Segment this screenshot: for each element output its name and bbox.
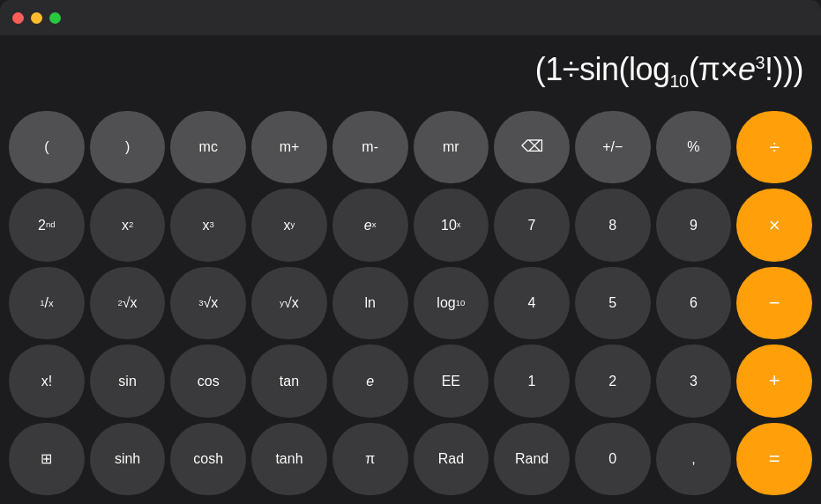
maximize-button[interactable]: [49, 12, 61, 24]
button-sin[interactable]: sin: [90, 345, 166, 417]
button-row-4: ⊞sinhcoshtanhπRadRand0,=: [9, 423, 812, 495]
close-button[interactable]: [12, 12, 24, 24]
button-six[interactable]: 6: [656, 267, 732, 339]
button-open-paren[interactable]: (: [9, 111, 85, 183]
button-multiply[interactable]: ×: [736, 189, 812, 261]
button-tanh[interactable]: tanh: [251, 423, 327, 495]
button-row-2: 1/x2√x3√xy√xlnlog10456−: [9, 267, 812, 339]
button-nine[interactable]: 9: [656, 189, 732, 261]
button-pi[interactable]: π: [332, 423, 408, 495]
display: (1÷sin(log10(π×e3!))): [0, 35, 821, 106]
button-ee[interactable]: EE: [414, 345, 489, 417]
button-second[interactable]: 2nd: [9, 189, 85, 261]
button-add[interactable]: +: [736, 345, 812, 417]
button-eight[interactable]: 8: [575, 189, 651, 261]
button-rad[interactable]: Rad: [414, 423, 489, 495]
button-mc[interactable]: mc: [170, 111, 246, 183]
button-plus-minus[interactable]: +/−: [575, 111, 651, 183]
button-percent[interactable]: %: [656, 111, 732, 183]
button-row-3: x!sincostaneEE123+: [9, 345, 812, 417]
button-close-paren[interactable]: ): [90, 111, 166, 183]
button-equals[interactable]: =: [736, 423, 812, 495]
button-backspace[interactable]: ⌫: [494, 111, 570, 183]
button-sqrt-x[interactable]: 2√x: [90, 267, 166, 339]
button-cube-root-x[interactable]: 3√x: [170, 267, 246, 339]
button-five[interactable]: 5: [575, 267, 651, 339]
button-y-root-x[interactable]: y√x: [251, 267, 327, 339]
button-log10[interactable]: log10: [414, 267, 489, 339]
button-x-to-y[interactable]: xy: [251, 189, 327, 261]
button-ln[interactable]: ln: [332, 267, 408, 339]
button-subtract[interactable]: −: [736, 267, 812, 339]
button-tan[interactable]: tan: [251, 345, 327, 417]
button-x-cubed[interactable]: x3: [170, 189, 246, 261]
button-row-0: ()mcm+m-mr⌫+/−%÷: [9, 111, 812, 183]
button-four[interactable]: 4: [494, 267, 570, 339]
button-decimal[interactable]: ,: [656, 423, 732, 495]
button-cosh[interactable]: cosh: [170, 423, 246, 495]
button-converter[interactable]: ⊞: [9, 423, 85, 495]
minimize-button[interactable]: [31, 12, 42, 24]
button-divide[interactable]: ÷: [736, 111, 812, 183]
button-x-squared[interactable]: x2: [90, 189, 166, 261]
button-zero[interactable]: 0: [575, 423, 651, 495]
button-m-minus[interactable]: m-: [332, 111, 408, 183]
button-three[interactable]: 3: [656, 345, 732, 417]
button-rand[interactable]: Rand: [494, 423, 570, 495]
calc-body: ()mcm+m-mr⌫+/−%÷2ndx2x3xyex10x789×1/x2√x…: [0, 106, 821, 504]
button-m-plus[interactable]: m+: [251, 111, 327, 183]
button-ten-to-x[interactable]: 10x: [414, 189, 489, 261]
button-cos[interactable]: cos: [170, 345, 246, 417]
display-expression: (1÷sin(log10(π×e3!))): [535, 52, 803, 92]
button-euler[interactable]: e: [332, 345, 408, 417]
button-sinh[interactable]: sinh: [90, 423, 166, 495]
button-factorial[interactable]: x!: [9, 345, 85, 417]
button-e-to-x[interactable]: ex: [332, 189, 408, 261]
button-row-1: 2ndx2x3xyex10x789×: [9, 189, 812, 261]
button-mr[interactable]: mr: [414, 111, 489, 183]
title-bar: [0, 0, 821, 35]
button-one[interactable]: 1: [494, 345, 570, 417]
button-two[interactable]: 2: [575, 345, 651, 417]
button-one-over-x[interactable]: 1/x: [9, 267, 85, 339]
button-seven[interactable]: 7: [494, 189, 570, 261]
